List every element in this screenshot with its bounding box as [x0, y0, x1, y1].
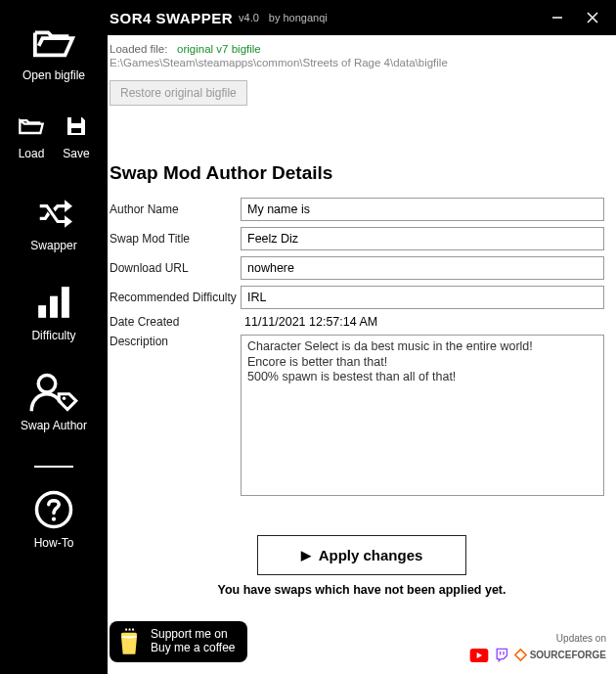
sidebar-divider: [34, 466, 73, 468]
user-tag-icon: [28, 372, 79, 413]
author-name-input[interactable]: [241, 198, 604, 221]
sidebar-swapper[interactable]: Swapper: [28, 192, 79, 252]
app-author: by honganqi: [269, 12, 328, 23]
shuffle-icon: [28, 192, 79, 233]
sidebar-label: Open bigfile: [22, 68, 85, 82]
sidebar-label: Swapper: [30, 239, 76, 252]
recommended-difficulty-input[interactable]: [241, 286, 604, 309]
sidebar-save[interactable]: Save: [61, 112, 92, 160]
bars-icon: [28, 282, 79, 323]
svg-rect-3: [50, 296, 58, 318]
titlebar: SOR4 SWAPPER v4.0 by honganqi: [108, 0, 616, 35]
mod-title-input[interactable]: [241, 227, 604, 250]
download-url-input[interactable]: [241, 256, 604, 280]
save-icon: [61, 112, 92, 141]
buy-me-a-coffee-button[interactable]: Support me onBuy me a coffee: [110, 621, 247, 662]
recommended-difficulty-label: Recommended Difficulty: [110, 291, 241, 304]
play-icon: ▶: [301, 548, 311, 562]
loaded-file-path: E:\Games\Steam\steamapps\common\Streets …: [110, 57, 612, 68]
svg-rect-0: [77, 118, 80, 122]
help-icon: [28, 489, 79, 530]
sidebar-label: Difficulty: [31, 329, 75, 342]
restore-bigfile-button: Restore original bigfile: [110, 80, 247, 106]
app-title: SOR4 SWAPPER: [110, 10, 233, 26]
app-version: v4.0: [239, 12, 259, 23]
svg-rect-2: [38, 305, 46, 318]
youtube-icon[interactable]: [469, 649, 489, 662]
author-name-label: Author Name: [110, 202, 241, 216]
loaded-file-label: Loaded file:: [110, 43, 167, 55]
description-label: Description: [110, 335, 241, 348]
svg-point-8: [52, 517, 56, 521]
coffee-cup-icon: [117, 627, 143, 656]
date-created-label: Date Created: [110, 315, 241, 329]
sidebar-label: How-To: [34, 536, 74, 550]
svg-rect-1: [71, 128, 81, 133]
sidebar-label: Swap Author: [21, 419, 87, 432]
download-url-label: Download URL: [110, 261, 241, 275]
section-title: Swap Mod Author Details: [110, 162, 616, 184]
sidebar-load[interactable]: Load: [16, 112, 47, 160]
folder-open-icon: [28, 22, 79, 63]
description-textarea[interactable]: [241, 335, 604, 496]
svg-rect-13: [121, 633, 137, 636]
bmc-text: Support me onBuy me a coffee: [151, 628, 236, 655]
unapplied-warning: You have swaps which have not been appli…: [108, 583, 616, 597]
sidebar-label: Load: [19, 147, 45, 160]
svg-point-5: [38, 376, 56, 393]
updates-label: Updates on: [469, 633, 606, 644]
mod-title-label: Swap Mod Title: [110, 232, 241, 246]
sidebar-howto[interactable]: How-To: [28, 489, 79, 550]
svg-point-6: [63, 396, 66, 400]
sidebar-open-bigfile[interactable]: Open bigfile: [22, 22, 85, 82]
apply-button-label: Apply changes: [319, 547, 423, 563]
svg-rect-4: [62, 287, 69, 318]
sidebar-difficulty[interactable]: Difficulty: [28, 282, 79, 342]
sourceforge-link[interactable]: SOURCEFORGE: [514, 649, 606, 661]
close-button[interactable]: [575, 0, 610, 35]
apply-changes-button[interactable]: ▶ Apply changes: [257, 535, 467, 575]
date-created-value: 11/11/2021 12:57:14 AM: [241, 315, 377, 329]
loaded-file-name: original v7 bigfile: [177, 43, 261, 55]
sidebar-label: Save: [63, 147, 89, 160]
sidebar-swap-author[interactable]: Swap Author: [21, 372, 87, 432]
minimize-button[interactable]: [540, 0, 575, 35]
twitch-icon[interactable]: [495, 648, 508, 662]
folder-icon: [16, 112, 47, 141]
